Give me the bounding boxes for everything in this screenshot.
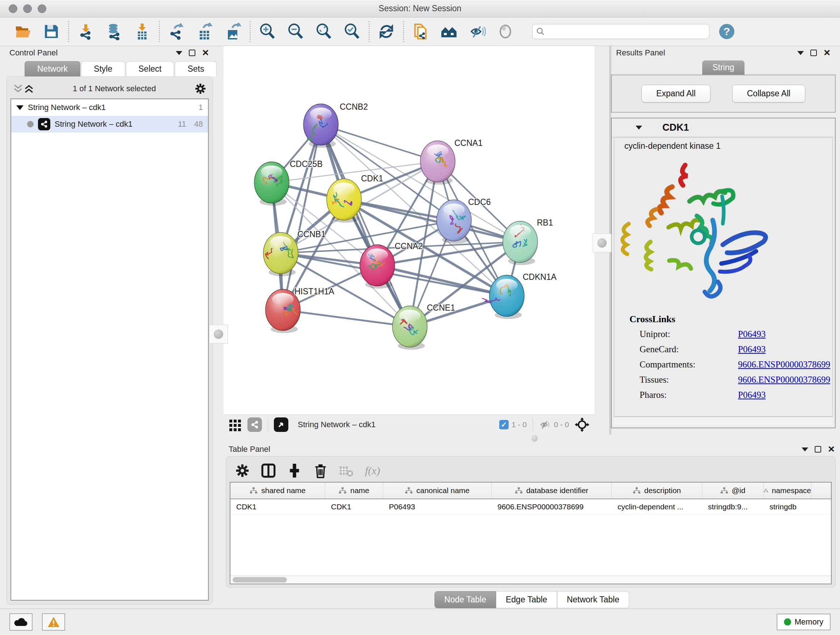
results-scrollbar[interactable] bbox=[614, 417, 833, 425]
node-RB1[interactable]: RB1 bbox=[503, 218, 553, 265]
panel-menu-icon[interactable] bbox=[797, 51, 804, 55]
column-header-description[interactable]: description bbox=[612, 483, 702, 499]
table-splitter[interactable] bbox=[224, 434, 840, 442]
add-column-icon[interactable] bbox=[287, 463, 302, 478]
save-session-button[interactable] bbox=[42, 22, 61, 41]
crosslink-link[interactable]: 9606.ENSP00000378699 bbox=[738, 359, 830, 370]
tab-network[interactable]: Network bbox=[25, 61, 80, 76]
network-options-gear-icon[interactable] bbox=[194, 82, 207, 95]
table-splitter-handle[interactable] bbox=[532, 435, 538, 442]
edge-HIST1H1A-CCNE1[interactable] bbox=[283, 310, 410, 326]
birdseye-navigator-icon[interactable] bbox=[575, 417, 589, 432]
open-session-button[interactable] bbox=[14, 22, 33, 41]
export-network-button[interactable] bbox=[167, 22, 186, 41]
edge-CCNB2-CCNE1[interactable] bbox=[321, 125, 410, 326]
control-panel-tabs: Network Style Select Sets bbox=[25, 61, 214, 76]
refresh-view-button[interactable] bbox=[377, 22, 396, 41]
tab-string-results[interactable]: String bbox=[702, 60, 744, 74]
panel-close-icon[interactable]: ✕ bbox=[823, 49, 831, 57]
import-network-button[interactable] bbox=[76, 22, 95, 41]
home-networks-button[interactable] bbox=[439, 22, 458, 41]
zoom-out-button[interactable] bbox=[286, 22, 305, 41]
panel-close-icon[interactable]: ✕ bbox=[202, 49, 209, 57]
tab-style[interactable]: Style bbox=[81, 61, 125, 76]
grid-mode-icon[interactable] bbox=[229, 418, 242, 431]
edge-CCNA2-CDKN1A[interactable] bbox=[377, 265, 507, 296]
selected-checkbox-icon[interactable]: ✓ bbox=[499, 420, 508, 429]
crosslink-link[interactable]: P06493 bbox=[738, 329, 766, 339]
panel-float-icon[interactable] bbox=[815, 446, 821, 453]
search-input[interactable] bbox=[548, 27, 706, 36]
glass-sphere-button[interactable] bbox=[496, 22, 515, 41]
table-options-gear-icon[interactable] bbox=[235, 463, 250, 478]
node-CDC6[interactable]: CDC6 bbox=[437, 197, 491, 244]
network-row[interactable]: String Network – cdk1 11 48 bbox=[11, 116, 208, 133]
tab-node-table[interactable]: Node Table bbox=[434, 591, 496, 608]
node-CCNA1[interactable]: CCNA1 bbox=[420, 138, 483, 185]
crosslink-link[interactable]: P06493 bbox=[738, 344, 766, 355]
results-splitter-handle[interactable] bbox=[592, 233, 611, 252]
network-collection-row[interactable]: String Network – cdk1 1 bbox=[11, 99, 208, 116]
tab-select[interactable]: Select bbox=[126, 61, 174, 76]
panel-float-icon[interactable] bbox=[189, 50, 195, 56]
node-CCNE1[interactable]: CCNE1 bbox=[393, 303, 455, 350]
column-header-canonical-name[interactable]: canonical name bbox=[383, 483, 492, 499]
import-network-from-database-button[interactable] bbox=[104, 22, 123, 41]
network-label: String Network – cdk1 bbox=[55, 119, 133, 129]
crosslink-row: GeneCard:P06493 bbox=[630, 344, 832, 355]
hidden-eye-icon[interactable] bbox=[538, 419, 551, 430]
help-button[interactable]: ? bbox=[717, 22, 736, 41]
network-share-icon[interactable] bbox=[248, 417, 262, 432]
memory-button[interactable]: Memory bbox=[777, 614, 831, 630]
share-network-file-button[interactable] bbox=[411, 22, 430, 41]
node-CDC25B[interactable]: CDC25B bbox=[254, 159, 323, 206]
tab-edge-table[interactable]: Edge Table bbox=[496, 591, 557, 608]
zoom-in-button[interactable] bbox=[258, 22, 277, 41]
results-actions-box: Expand All Collapse All bbox=[611, 74, 836, 112]
import-table-button[interactable] bbox=[133, 22, 152, 41]
hide-glass-eye-button[interactable] bbox=[468, 22, 486, 41]
scrollbar-thumb[interactable] bbox=[233, 577, 287, 583]
zoom-fit-button[interactable] bbox=[314, 22, 333, 41]
tab-sets[interactable]: Sets bbox=[175, 61, 217, 76]
edge-CCNB2-CCNA1[interactable] bbox=[321, 125, 438, 162]
node-CCNB1[interactable]: CCNB1 bbox=[264, 230, 325, 276]
collapse-all-button[interactable]: Collapse All bbox=[732, 85, 805, 103]
node-CDKN1A[interactable]: CDKN1A bbox=[482, 272, 557, 319]
table-horizontal-scrollbar[interactable] bbox=[231, 576, 831, 584]
panel-close-icon[interactable]: ✕ bbox=[828, 445, 835, 454]
node-CCNB2[interactable]: CCNB2 bbox=[303, 102, 368, 148]
export-table-button[interactable] bbox=[195, 22, 214, 41]
left-splitter[interactable] bbox=[214, 46, 224, 608]
panel-menu-icon[interactable] bbox=[802, 448, 808, 451]
gene-collapse-icon[interactable] bbox=[636, 126, 642, 130]
table-row[interactable]: CDK1CDK1P064939606.ENSP00000378699cyclin… bbox=[231, 499, 831, 515]
network-canvas[interactable]: CCNB2CCNA1CDC25BCDK1CDC6RB1CCNB1CCNA2CDK… bbox=[224, 46, 594, 415]
memory-label: Memory bbox=[795, 617, 823, 627]
collapse-all-networks-icon[interactable] bbox=[13, 84, 24, 93]
tab-network-table[interactable]: Network Table bbox=[557, 591, 629, 608]
detach-view-icon[interactable] bbox=[274, 417, 288, 432]
warnings-button[interactable] bbox=[42, 613, 65, 631]
crosslink-link[interactable]: 9606.ENSP00000378699 bbox=[738, 375, 830, 385]
collection-expand-icon[interactable] bbox=[16, 105, 24, 110]
crosslink-link[interactable]: P06493 bbox=[738, 390, 766, 400]
cloud-status-button[interactable] bbox=[9, 613, 33, 631]
left-splitter-handle[interactable] bbox=[209, 325, 228, 344]
show-columns-icon[interactable] bbox=[261, 463, 276, 478]
column-header-shared-name[interactable]: shared name bbox=[231, 483, 325, 499]
gene-section-header[interactable]: CDK1 bbox=[612, 119, 835, 137]
zoom-selected-button[interactable] bbox=[343, 22, 362, 41]
expand-all-button[interactable]: Expand All bbox=[641, 85, 711, 103]
results-splitter[interactable] bbox=[594, 46, 611, 434]
panel-menu-icon[interactable] bbox=[176, 51, 182, 55]
export-image-button[interactable] bbox=[224, 22, 242, 41]
column-header-name[interactable]: name bbox=[325, 483, 383, 499]
panel-float-icon[interactable] bbox=[810, 50, 817, 56]
delete-column-icon[interactable] bbox=[313, 463, 328, 478]
column-header-namespace[interactable]: namespace bbox=[764, 483, 812, 499]
column-header-database-identifier[interactable]: database identifier bbox=[492, 483, 612, 499]
column-header--id[interactable]: @id bbox=[702, 483, 764, 499]
node-HIST1H1A[interactable]: HIST1H1A bbox=[265, 287, 335, 333]
expand-all-networks-icon[interactable] bbox=[24, 84, 34, 93]
